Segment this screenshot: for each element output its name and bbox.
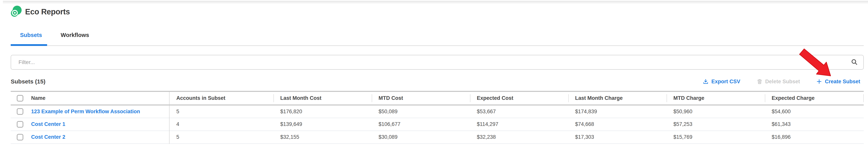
last-month-cost-cell: $176,820 [273,105,372,118]
last-month-cost-cell: $139,649 [273,118,372,131]
last-month-charge-cell: $17,303 [568,131,666,144]
mtd-charge-cell: $57,253 [666,118,765,131]
select-all-checkbox[interactable] [17,95,23,101]
mtd-cost-cell: $106,677 [372,118,470,131]
accounts-cell: 4 [169,118,273,131]
column-header-last-month-charge[interactable]: Last Month Charge [568,91,666,105]
tab-subsets[interactable]: Subsets [11,29,51,38]
subsets-count-heading: Subsets (15) [11,78,45,85]
name-cell: Cost Center 1 [25,118,169,131]
tab-baseline [11,46,864,46]
mtd-cost-cell: $30,089 [372,131,470,144]
accounts-cell: 5 [169,105,273,118]
column-header-mtd-charge[interactable]: MTD Charge [666,91,765,105]
create-subset-button[interactable]: Create Subset [816,79,860,85]
column-header-expected-cost[interactable]: Expected Cost [470,91,568,105]
subset-name-link[interactable]: Cost Center 2 [31,134,65,140]
eco-logo-icon [11,6,22,18]
search-icon [851,59,858,66]
expected-cost-cell: $53,667 [470,105,568,118]
last-month-charge-cell: $174,839 [568,105,666,118]
accounts-cell: 5 [169,131,273,144]
column-header-mtd-cost[interactable]: MTD Cost [372,91,470,105]
top-shadow-divider [3,1,868,4]
column-header-last-month-cost[interactable]: Last Month Cost [273,91,372,105]
tab-bar: Subsets Workflows [11,29,864,46]
filter-input[interactable] [11,55,851,69]
name-cell: 123 Example of Perm Workflow Association [25,105,169,118]
last-month-charge-cell: $74,668 [568,118,666,131]
filter-box [11,55,864,70]
mtd-charge-cell: $15,769 [666,131,765,144]
row-checkbox[interactable] [17,108,23,115]
mtd-cost-cell: $50,089 [372,105,470,118]
subset-name-link[interactable]: 123 Example of Perm Workflow Association [31,109,140,114]
export-csv-label: Export CSV [711,79,740,85]
active-tab-indicator [11,44,47,46]
last-month-cost-cell: $32,155 [273,131,372,144]
delete-subset-label: Delete Subset [765,79,800,85]
toolbar-actions: Export CSV Delete Subset Create Subset [703,79,860,85]
plus-icon [816,79,822,85]
search-button[interactable] [851,59,863,66]
tab-workflows[interactable]: Workflows [51,29,98,38]
delete-subset-button[interactable]: Delete Subset [757,79,800,85]
row-select-cell [11,105,25,118]
row-select-cell [11,118,25,131]
expected-cost-cell: $32,238 [470,131,568,144]
column-header-name[interactable]: Name [25,91,169,105]
eco-reports-page: Eco Reports Subsets Workflows Subsets (1… [0,0,868,151]
table-row: 123 Example of Perm Workflow Association… [11,105,864,118]
column-header-expected-charge[interactable]: Expected Charge [765,91,864,105]
name-cell: Cost Center 2 [25,131,169,144]
column-header-accounts-in-subset[interactable]: Accounts in Subset [169,91,273,105]
expected-charge-cell: $16,896 [765,131,864,144]
subsets-toolbar: Subsets (15) Export CSV Delete S [11,76,860,87]
download-icon [703,79,709,85]
tab-row: Subsets Workflows [11,29,864,38]
row-checkbox[interactable] [17,134,23,141]
page-title: Eco Reports [25,7,70,16]
expected-cost-cell: $114,297 [470,118,568,131]
subset-name-link[interactable]: Cost Center 1 [31,121,65,127]
export-csv-button[interactable]: Export CSV [703,79,740,85]
expected-charge-cell: $54,600 [765,105,864,118]
create-subset-label: Create Subset [825,79,860,85]
trash-icon [757,79,763,85]
app-header: Eco Reports [11,6,70,18]
mtd-charge-cell: $50,960 [666,105,765,118]
table-header-row: Name Accounts in Subset Last Month Cost … [11,91,864,105]
expected-charge-cell: $61,343 [765,118,864,131]
row-select-cell [11,131,25,144]
subsets-table: Name Accounts in Subset Last Month Cost … [11,91,864,144]
table-row: Cost Center 2 5 $32,155 $30,089 $32,238 … [11,131,864,144]
select-all-cell [11,91,25,105]
table-row: Cost Center 1 4 $139,649 $106,677 $114,2… [11,118,864,131]
row-checkbox[interactable] [17,121,23,128]
